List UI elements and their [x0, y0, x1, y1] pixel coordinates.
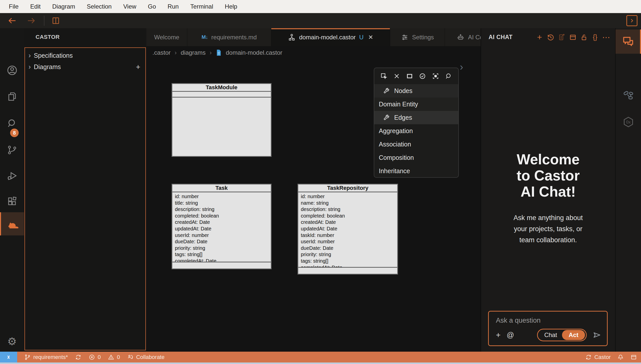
delete-icon[interactable]	[393, 73, 400, 79]
breadcrumb-segment[interactable]: domain-model.castor	[226, 49, 282, 56]
mode-act-option[interactable]: Act	[562, 330, 585, 340]
tab-label: domain-model.castor	[299, 34, 356, 41]
unlock-icon[interactable]	[578, 32, 590, 42]
castor-beaver-icon	[6, 217, 19, 230]
errors-status[interactable]: 0	[89, 354, 101, 360]
menu-item[interactable]: Go	[142, 3, 162, 10]
split-editor-icon[interactable]	[51, 16, 60, 25]
more-actions-icon[interactable]: ⋯	[601, 32, 612, 42]
uml-node-title: TaskRepository	[298, 185, 397, 192]
uml-attribute: updatedAt: Date	[175, 226, 268, 232]
git-branch-status[interactable]: requirements*	[24, 354, 68, 360]
close-icon[interactable]: ✕	[368, 34, 373, 41]
hex-0x-icon[interactable]: 0x	[622, 116, 634, 128]
tree-item-diagrams[interactable]: › Diagrams +	[25, 61, 145, 73]
uml-attribute: userId: number	[301, 238, 395, 245]
menu-item[interactable]: Terminal	[184, 3, 219, 10]
palette-item[interactable]: Association	[374, 138, 458, 151]
mode-chat-option[interactable]: Chat	[538, 331, 562, 339]
castor-activity-item[interactable]	[0, 212, 24, 235]
menu-item[interactable]: Selection	[81, 3, 118, 10]
warnings-status[interactable]: 0	[108, 354, 120, 360]
palette-section-edges[interactable]: Edges	[374, 111, 458, 124]
menu-item[interactable]: Help	[219, 3, 243, 10]
app-name: Castor	[594, 354, 611, 360]
editor-group: Welcome M↓ requirements.md domain-model.…	[146, 28, 481, 352]
menu-item[interactable]: Diagram	[46, 3, 81, 10]
tab-settings[interactable]: Settings	[390, 28, 445, 46]
menu-item[interactable]: Edit	[24, 3, 46, 10]
uml-methods-compartment	[298, 267, 397, 274]
collaborate-label: Collaborate	[136, 354, 165, 360]
marquee-frame-icon[interactable]	[406, 73, 413, 80]
source-control-icon[interactable]	[7, 145, 17, 155]
validate-check-icon[interactable]	[419, 73, 426, 80]
palette-item[interactable]: Composition	[374, 151, 458, 164]
run-debug-icon[interactable]	[7, 171, 17, 181]
app-sync-status[interactable]: Castor	[585, 354, 611, 360]
export-chat-icon[interactable]	[556, 32, 567, 42]
notifications-bell-icon[interactable]	[617, 354, 624, 360]
ai-chat-activity-item[interactable]	[616, 29, 641, 54]
zoom-search-icon[interactable]	[445, 73, 452, 80]
uml-node-taskrepository[interactable]: TaskRepository id: numbername: stringdes…	[298, 184, 398, 275]
breadcrumb-segment[interactable]: diagrams	[181, 49, 206, 56]
extensions-icon[interactable]	[7, 196, 17, 207]
open-remote-window-icon[interactable]	[626, 15, 637, 26]
menu-item[interactable]: View	[117, 3, 142, 10]
uml-node-title: Task	[172, 185, 271, 192]
select-cursor-icon[interactable]	[380, 73, 387, 80]
palette-item[interactable]: Aggregation	[374, 124, 458, 138]
uml-attribute: updatedAt: Date	[301, 226, 395, 232]
remote-indicator[interactable]	[0, 352, 17, 362]
status-bar-right: Castor	[579, 354, 637, 360]
history-icon[interactable]	[545, 32, 556, 42]
hierarchy-graph-icon[interactable]	[623, 89, 634, 101]
palette-item[interactable]: Inheritance	[374, 164, 458, 178]
attach-plus-icon[interactable]: +	[496, 330, 501, 340]
ai-chat-input-box[interactable]: Ask a question + @ Chat Act	[488, 311, 608, 346]
main-area: 8 ⚙ CASTOR › Specificati	[0, 28, 641, 352]
forward-arrow-icon[interactable]	[27, 16, 36, 25]
error-count: 0	[98, 354, 101, 360]
back-arrow-icon[interactable]	[8, 16, 17, 25]
panel-layout-icon[interactable]	[630, 354, 637, 360]
diagram-canvas[interactable]: TaskModule Task id: numbertitle: stringd…	[146, 59, 481, 352]
new-chat-plus-icon[interactable]: +	[534, 32, 545, 42]
uml-node-task[interactable]: Task id: numbertitle: stringdescription:…	[172, 184, 272, 269]
tab-domain-model[interactable]: domain-model.castor U ✕	[271, 28, 390, 46]
chat-mode-toggle[interactable]: Chat Act	[537, 329, 587, 341]
uml-node-taskmodule[interactable]: TaskModule	[172, 83, 272, 157]
welcome-subtext: Ask me anything about your projects, tas…	[481, 212, 615, 246]
add-diagram-button[interactable]: +	[136, 63, 140, 71]
collaborate-status[interactable]: Collaborate	[127, 354, 165, 360]
tab-bar: Welcome M↓ requirements.md domain-model.…	[146, 28, 481, 46]
tree-item-label: Specifications	[34, 52, 73, 59]
send-icon[interactable]	[592, 330, 601, 340]
tree-item-specifications[interactable]: › Specifications	[25, 50, 145, 61]
tab-requirements[interactable]: M↓ requirements.md	[187, 28, 271, 46]
tab-welcome[interactable]: Welcome	[146, 28, 187, 46]
account-icon[interactable]	[7, 65, 18, 76]
explorer-files-icon[interactable]	[7, 91, 17, 102]
tab-ai-co[interactable]: AI Co	[445, 28, 481, 46]
menu-item[interactable]: File	[3, 3, 24, 10]
search-icon[interactable]	[7, 118, 17, 129]
breadcrumb-segment[interactable]: .castor	[152, 49, 171, 56]
fit-to-screen-icon[interactable]	[432, 73, 439, 80]
uml-attributes-compartment	[172, 92, 271, 98]
mention-at-icon[interactable]: @	[507, 331, 514, 339]
braces-icon[interactable]: {}	[590, 32, 601, 42]
sync-status[interactable]	[75, 354, 82, 360]
chat-input-placeholder[interactable]: Ask a question	[496, 317, 601, 324]
wrench-icon	[383, 87, 390, 94]
palette-item[interactable]: Domain Entity	[374, 98, 458, 111]
uml-attribute: completed: boolean	[301, 213, 395, 219]
palette-section-nodes[interactable]: Nodes	[374, 84, 458, 98]
settings-gear-icon[interactable]: ⚙	[7, 335, 17, 348]
menu-item[interactable]: Run	[162, 3, 184, 10]
uml-attribute: dueDate: Date	[175, 238, 268, 245]
collapse-palette-chevron-icon[interactable]: ›	[460, 61, 463, 73]
robot-icon	[457, 34, 464, 41]
layout-panel-icon[interactable]	[567, 32, 578, 42]
